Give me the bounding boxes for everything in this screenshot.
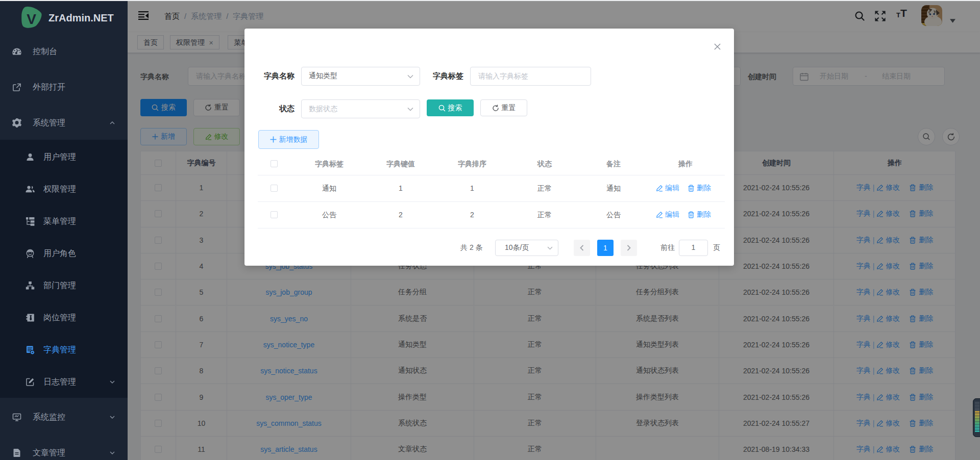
svg-text:V: V [27,11,36,27]
